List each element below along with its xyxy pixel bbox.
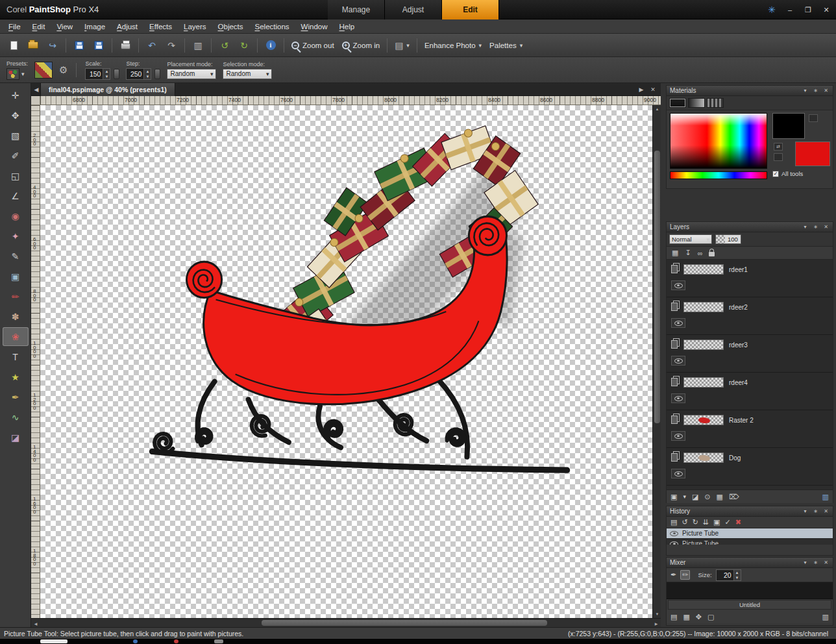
new-layer-icon[interactable]: ▣ bbox=[670, 493, 677, 501]
redo-button[interactable]: ↷ bbox=[163, 37, 180, 54]
minimize-button[interactable]: – bbox=[783, 4, 797, 16]
panel-close-icon[interactable]: ✕ bbox=[822, 88, 830, 93]
red-eye-tool[interactable]: ◉ bbox=[3, 206, 29, 225]
text-tool[interactable]: T bbox=[3, 347, 29, 366]
layer-row-rdeer1[interactable]: rdeer1 bbox=[667, 260, 833, 297]
scale-down-icon[interactable]: ▼ bbox=[103, 74, 110, 79]
document-close-icon[interactable]: ✕ bbox=[648, 84, 658, 95]
panel-menu-icon[interactable]: ▾ bbox=[802, 560, 809, 565]
layer-visibility-toggle[interactable] bbox=[671, 280, 685, 290]
document-tab[interactable]: final04.pspimage @ 40% (presents1) bbox=[40, 83, 175, 96]
history-check-icon[interactable]: ✓ bbox=[724, 518, 730, 526]
pen-tool[interactable]: ✒ bbox=[3, 388, 29, 406]
panel-menu-icon[interactable]: ▾ bbox=[802, 508, 809, 514]
preset-shapes-tool[interactable]: ★ bbox=[3, 367, 29, 386]
menu-layers[interactable]: Layers bbox=[178, 21, 212, 32]
airbrush-tool[interactable]: ✽ bbox=[3, 307, 29, 326]
scroll-right-icon[interactable]: ▶ bbox=[652, 619, 661, 628]
scroll-left-icon[interactable]: ◀ bbox=[31, 619, 40, 628]
materials-tab-frame[interactable] bbox=[669, 98, 686, 108]
lock-transparency-icon[interactable] bbox=[709, 252, 715, 256]
restore-button[interactable]: ❐ bbox=[801, 4, 815, 16]
panel-pin-icon[interactable]: ∗ bbox=[812, 560, 819, 565]
new-mask-icon[interactable]: ◪ bbox=[692, 493, 698, 501]
all-tools-option[interactable]: ✓ All tools bbox=[772, 170, 803, 177]
menu-window[interactable]: Window bbox=[295, 21, 334, 32]
background-style-button[interactable] bbox=[774, 153, 783, 161]
mixer-brush-icon[interactable]: ✏ bbox=[680, 570, 690, 580]
link-layers-icon[interactable]: ∞ bbox=[698, 249, 703, 257]
save-button[interactable] bbox=[71, 37, 88, 54]
scale-up-icon[interactable]: ▲ bbox=[103, 69, 110, 74]
tube-preview-thumbnail[interactable] bbox=[34, 62, 53, 79]
save-as-button[interactable] bbox=[90, 37, 107, 54]
layer-row-rdeer2[interactable]: rdeer2 bbox=[667, 297, 833, 335]
history-item-0[interactable]: Picture Tube bbox=[667, 528, 833, 539]
close-button[interactable]: ✕ bbox=[819, 4, 833, 16]
horizontal-scrollbar[interactable]: ◀ ▶ bbox=[31, 618, 661, 627]
layer-row-dog[interactable]: Dog bbox=[667, 448, 833, 486]
new-image-button[interactable] bbox=[5, 37, 22, 54]
step-spinbox[interactable]: 250▲▼ bbox=[126, 68, 151, 80]
layer-opacity-control[interactable]: 100 bbox=[715, 234, 741, 244]
horizontal-scroll-thumb[interactable] bbox=[262, 620, 547, 626]
foreground-style-button[interactable] bbox=[809, 114, 818, 122]
scale-slider-knob[interactable] bbox=[114, 69, 119, 79]
paint-brush-tool[interactable]: ✏ bbox=[3, 287, 29, 306]
menu-file[interactable]: File bbox=[3, 21, 27, 32]
placement-mode-select[interactable]: Random▾ bbox=[167, 69, 216, 79]
history-panel-titlebar[interactable]: History ▾ ∗ ✕ bbox=[667, 506, 833, 517]
panel-close-icon[interactable]: ✕ bbox=[822, 560, 830, 565]
layer-visibility-toggle[interactable] bbox=[671, 431, 685, 441]
panel-pin-icon[interactable]: ∗ bbox=[812, 508, 819, 514]
layer-panel-extra-icon[interactable]: ▥ bbox=[822, 493, 829, 501]
menu-edit[interactable]: Edit bbox=[27, 21, 51, 32]
history-save-icon[interactable]: ▣ bbox=[713, 518, 720, 526]
mixer-size-down-icon[interactable]: ▼ bbox=[734, 575, 741, 580]
materials-tab-rainbow[interactable] bbox=[688, 98, 705, 108]
rotate-right-button[interactable]: ↻ bbox=[236, 37, 252, 54]
workspace-tab-edit[interactable]: Edit bbox=[442, 0, 499, 19]
move-tool[interactable]: ✥ bbox=[3, 106, 29, 125]
materials-tab-swatches[interactable] bbox=[707, 98, 724, 108]
taskbar-item[interactable] bbox=[174, 639, 178, 643]
panel-menu-icon[interactable]: ▾ bbox=[802, 88, 809, 93]
pan-tool[interactable]: ✛ bbox=[3, 86, 29, 105]
taskbar-item[interactable] bbox=[214, 639, 223, 643]
delete-layer-icon[interactable]: ⌦ bbox=[729, 493, 739, 501]
blend-mode-select[interactable]: Normal▾ bbox=[669, 234, 712, 244]
crop-tool[interactable]: ◱ bbox=[3, 166, 29, 185]
scale-spinbox[interactable]: 150▲▼ bbox=[85, 68, 110, 80]
panel-menu-icon[interactable]: ▾ bbox=[802, 224, 809, 230]
highlight-layer-icon[interactable]: ↧ bbox=[685, 249, 691, 257]
window-tile-button[interactable]: ▤▾ bbox=[392, 37, 412, 54]
background-color-swatch[interactable] bbox=[795, 142, 830, 166]
panel-pin-icon[interactable]: ∗ bbox=[812, 224, 819, 230]
menu-adjust[interactable]: Adjust bbox=[111, 21, 143, 32]
warp-brush-tool[interactable]: ∿ bbox=[3, 408, 29, 427]
history-undo-icon[interactable]: ↺ bbox=[682, 518, 687, 526]
zoom-out-button[interactable]: −Zoom out bbox=[289, 37, 337, 54]
mixer-panel-titlebar[interactable]: Mixer ▾ ∗ ✕ bbox=[667, 558, 833, 568]
mixer-new-page-icon[interactable]: ▤ bbox=[670, 613, 677, 621]
mixer-knife-icon[interactable]: ✒ bbox=[670, 571, 676, 579]
image-information-button[interactable]: i bbox=[262, 37, 279, 54]
selection-tool[interactable]: ▧ bbox=[3, 126, 29, 145]
taskbar-item[interactable] bbox=[40, 639, 68, 643]
duplicate-layer-icon[interactable]: ▦ bbox=[717, 493, 723, 501]
panel-close-icon[interactable]: ✕ bbox=[822, 224, 830, 230]
tube-settings-gear-icon[interactable]: ⚙ bbox=[59, 65, 68, 75]
menu-objects[interactable]: Objects bbox=[212, 21, 249, 32]
color-picker-field[interactable] bbox=[670, 113, 767, 169]
workspace-tab-adjust[interactable]: Adjust bbox=[385, 0, 442, 19]
eraser-tool[interactable]: ◪ bbox=[3, 428, 29, 447]
vertical-scrollbar[interactable]: ▲ ▼ bbox=[652, 105, 661, 618]
visibility-icon[interactable]: ⊙ bbox=[704, 493, 710, 501]
straighten-tool[interactable]: ∠ bbox=[3, 186, 29, 205]
dropper-tool[interactable]: ✐ bbox=[3, 146, 29, 165]
zoom-in-button[interactable]: +Zoom in bbox=[339, 37, 383, 54]
mixer-blank-icon[interactable]: ▢ bbox=[707, 613, 714, 621]
swap-colors-button[interactable]: ⇄ bbox=[774, 143, 783, 151]
dropdown-arrow-icon[interactable]: ▾ bbox=[683, 493, 686, 500]
tab-scroll-right-icon[interactable]: ▶ bbox=[636, 84, 646, 95]
